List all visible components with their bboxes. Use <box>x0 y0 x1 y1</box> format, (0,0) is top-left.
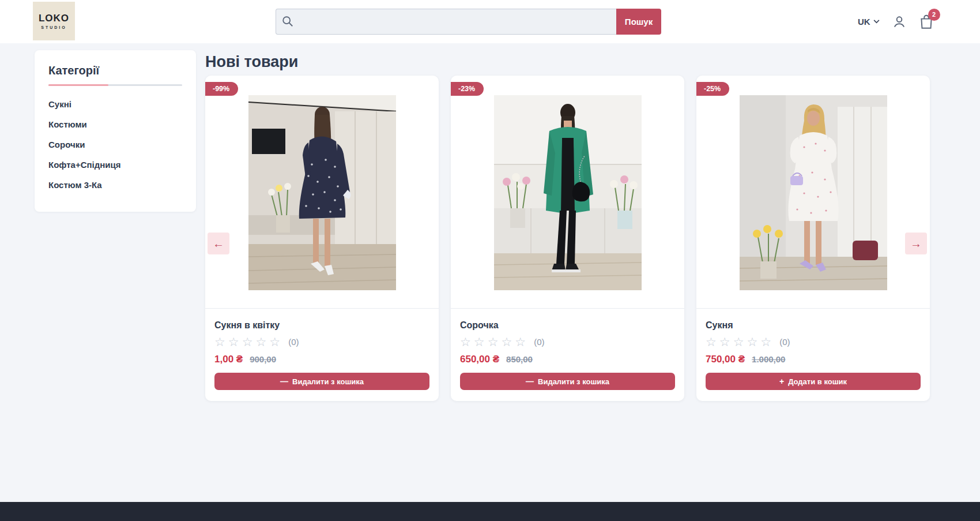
discount-badge: -23% <box>451 82 484 96</box>
rating-count: (0) <box>779 337 790 347</box>
product-info: Сорочка ☆☆☆☆☆ (0) 650,00 ₴ 850,00 — Вида… <box>451 309 684 390</box>
rating-count: (0) <box>288 337 299 347</box>
price-current: 750,00 ₴ <box>706 354 745 365</box>
price-old: 1.000,00 <box>752 354 785 364</box>
product-card: -25% Сукня ☆☆☆☆☆ (0) 750,00 ₴ 1.000,00 +… <box>696 76 930 401</box>
product-info: Сукня в квітку ☆☆☆☆☆ (0) 1,00 ₴ 900,00 —… <box>205 309 439 390</box>
product-image[interactable] <box>494 95 642 290</box>
rating-row: ☆☆☆☆☆ (0) <box>706 336 921 348</box>
minus-icon: — <box>280 377 288 386</box>
arrow-right-icon: → <box>910 237 922 250</box>
language-label: UK <box>858 17 870 27</box>
product-card: -23% Сорочка ☆☆☆☆☆ (0) 650,00 ₴ 850,00 —… <box>451 76 684 401</box>
sidebar-item-shirts[interactable]: Сорочки <box>48 134 182 155</box>
logo-title: LOKO <box>39 13 69 24</box>
remove-from-cart-button[interactable]: — Видалити з кошика <box>460 373 675 390</box>
product-card: -99% Сукня в квітку ☆☆☆☆☆ (0) 1,00 ₴ 900… <box>205 76 439 401</box>
remove-from-cart-button[interactable]: — Видалити з кошика <box>214 373 429 390</box>
product-image[interactable] <box>740 95 887 290</box>
price-current: 650,00 ₴ <box>460 354 499 365</box>
price-old: 900,00 <box>250 354 276 364</box>
discount-badge: -25% <box>696 82 729 96</box>
product-name[interactable]: Сорочка <box>460 320 675 331</box>
logo-subtitle: STUDIO <box>41 25 66 29</box>
chevron-down-icon <box>873 20 880 24</box>
product-info: Сукня ☆☆☆☆☆ (0) 750,00 ₴ 1.000,00 + Дода… <box>696 309 930 390</box>
price-row: 750,00 ₴ 1.000,00 <box>706 354 921 365</box>
arrow-left-icon: ← <box>213 237 224 250</box>
cart-button[interactable]: 2 <box>919 14 934 30</box>
sidebar-item-suits[interactable]: Костюми <box>48 114 182 134</box>
user-icon <box>892 14 907 29</box>
page-title: Нові товари <box>205 53 298 71</box>
rating-stars: ☆☆☆☆☆ <box>460 336 529 348</box>
sidebar-item-top-skirt[interactable]: Кофта+Спідниця <box>48 155 182 175</box>
header-bar: LOKO STUDIO Пошук UK <box>0 0 980 43</box>
language-selector[interactable]: UK <box>858 17 880 27</box>
plus-icon: + <box>779 377 784 386</box>
store-logo[interactable]: LOKO STUDIO <box>33 2 75 40</box>
cart-count-badge: 2 <box>928 9 940 21</box>
rating-count: (0) <box>534 337 544 347</box>
product-name[interactable]: Сукня в квітку <box>214 320 429 331</box>
cart-action-label: Додати в кошик <box>788 377 847 386</box>
account-button[interactable] <box>892 14 907 29</box>
discount-badge: -99% <box>205 82 238 96</box>
product-name[interactable]: Сукня <box>706 320 921 331</box>
rating-stars: ☆☆☆☆☆ <box>214 336 283 348</box>
product-media <box>696 76 930 309</box>
sidebar-title: Категорії <box>48 64 182 77</box>
product-media <box>205 76 439 309</box>
rating-stars: ☆☆☆☆☆ <box>706 336 774 348</box>
price-row: 650,00 ₴ 850,00 <box>460 354 675 365</box>
price-current: 1,00 ₴ <box>214 354 243 365</box>
footer-bar <box>0 502 980 521</box>
product-media <box>451 76 684 309</box>
page: LOKO STUDIO Пошук UK <box>0 0 980 521</box>
categories-sidebar: Категорії Сукні Костюми Сорочки Кофта+Сп… <box>35 50 196 212</box>
search-button[interactable]: Пошук <box>616 9 661 35</box>
carousel-prev-button[interactable]: ← <box>208 233 229 254</box>
price-old: 850,00 <box>506 354 533 364</box>
product-carousel: -99% Сукня в квітку ☆☆☆☆☆ (0) 1,00 ₴ 900… <box>205 76 930 401</box>
product-image[interactable] <box>248 95 396 290</box>
sidebar-item-suit-3[interactable]: Костюм 3-Ка <box>48 175 182 195</box>
search-input[interactable] <box>276 9 616 35</box>
cart-action-label: Видалити з кошика <box>538 377 609 386</box>
carousel-next-button[interactable]: → <box>905 233 927 254</box>
sidebar-divider <box>48 84 182 86</box>
add-to-cart-button[interactable]: + Додати в кошик <box>706 373 921 390</box>
sidebar-item-dresses[interactable]: Сукні <box>48 94 182 114</box>
cart-action-label: Видалити з кошика <box>292 377 364 386</box>
rating-row: ☆☆☆☆☆ (0) <box>460 336 675 348</box>
rating-row: ☆☆☆☆☆ (0) <box>214 336 429 348</box>
search-form: Пошук <box>276 9 661 35</box>
minus-icon: — <box>526 377 534 386</box>
header-actions: UK 2 <box>858 0 934 43</box>
price-row: 1,00 ₴ 900,00 <box>214 354 429 365</box>
